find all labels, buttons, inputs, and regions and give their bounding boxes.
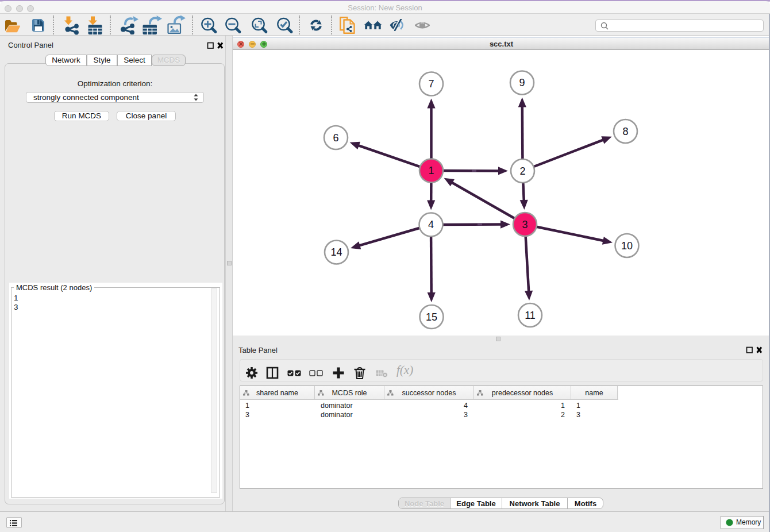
svg-text:15: 15 bbox=[426, 311, 437, 323]
svg-text:6: 6 bbox=[333, 132, 338, 144]
svg-text:9: 9 bbox=[519, 77, 525, 88]
svg-text:8: 8 bbox=[622, 126, 628, 137]
svg-text:14: 14 bbox=[330, 246, 342, 258]
svg-text:4: 4 bbox=[428, 219, 434, 230]
svg-text:2: 2 bbox=[519, 165, 525, 177]
svg-text:1: 1 bbox=[428, 165, 434, 176]
svg-text:3: 3 bbox=[522, 219, 528, 230]
svg-text:10: 10 bbox=[621, 240, 633, 252]
svg-text:11: 11 bbox=[525, 310, 536, 321]
svg-text:7: 7 bbox=[428, 78, 434, 90]
